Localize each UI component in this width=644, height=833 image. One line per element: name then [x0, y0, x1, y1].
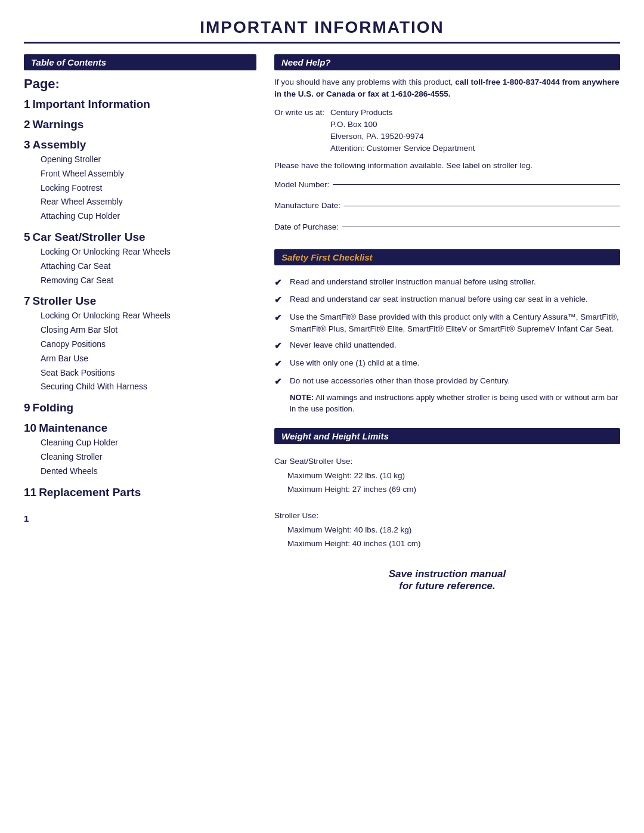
toc-section-5-title: 5Car Seat/Stroller Use	[24, 231, 256, 244]
toc-section-2-title: 2Warnings	[24, 118, 256, 131]
list-item: Locking Footrest	[41, 181, 256, 196]
page-title: IMPORTANT INFORMATION	[24, 18, 620, 44]
checkmark-icon: ✔	[274, 311, 285, 324]
list-item: Maximum Weight: 22 lbs. (10 kg)	[274, 469, 620, 482]
list-item: Canopy Positions	[41, 337, 256, 352]
toc-section-5-subitems: Locking Or Unlocking Rear Wheels Attachi…	[24, 245, 256, 287]
list-item: Locking Or Unlocking Rear Wheels	[41, 245, 256, 259]
list-item: Seat Back Positions	[41, 366, 256, 380]
toc-section-9: 9Folding	[24, 401, 256, 414]
safety-note: NOTE: All warnings and instructions appl…	[290, 392, 620, 415]
list-item: ✔ Read and understand car seat instructi…	[274, 293, 620, 306]
toc-section-10: 10Maintenance Cleaning Cup Holder Cleani…	[24, 422, 256, 478]
sticker-note: Please have the following information av…	[274, 161, 620, 170]
list-item: Securing Child With Harness	[41, 380, 256, 394]
page-number: 1	[24, 513, 256, 524]
model-number-field: Model Number:	[274, 176, 620, 194]
safety-checklist-header: Safety First Checklist	[274, 249, 620, 265]
toc-section-11: 11Replacement Parts	[24, 486, 256, 499]
list-item: ✔ Read and understand stroller instructi…	[274, 276, 620, 289]
write-label: Or write us at:	[274, 107, 324, 155]
toc-section-1-title: 1Important Information	[24, 98, 256, 111]
note-label: NOTE:	[290, 393, 314, 402]
stroller-use-label: Stroller Use:	[274, 509, 620, 522]
list-item: P.O. Box 100	[330, 119, 475, 131]
list-item: Arm Bar Use	[41, 352, 256, 366]
toc-section-7-subitems: Locking Or Unlocking Rear Wheels Closing…	[24, 309, 256, 394]
toc-section-7-title: 7Stroller Use	[24, 295, 256, 308]
save-manual-line2: for future reference.	[274, 580, 620, 592]
list-item: Removing Car Seat	[41, 274, 256, 288]
toc-section-9-title: 9Folding	[24, 401, 256, 414]
list-item: Opening Stroller	[41, 153, 256, 167]
need-help-section: Need Help? If you should have any proble…	[274, 54, 620, 236]
list-item: Maximum Height: 40 inches (101 cm)	[274, 537, 620, 550]
checkmark-icon: ✔	[274, 293, 285, 306]
checkmark-icon: ✔	[274, 339, 285, 352]
safety-checklist-section: Safety First Checklist ✔ Read and unders…	[274, 249, 620, 416]
table-of-contents-column: Table of Contents Page: 1Important Infor…	[24, 54, 256, 524]
list-item: Attaching Car Seat	[41, 259, 256, 274]
toc-header: Table of Contents	[24, 54, 256, 70]
list-item: Cleaning Cup Holder	[41, 436, 256, 450]
address-block: Or write us at: Century Products P.O. Bo…	[274, 107, 620, 155]
toc-section-5: 5Car Seat/Stroller Use Locking Or Unlock…	[24, 231, 256, 287]
right-column: Need Help? If you should have any proble…	[274, 54, 620, 592]
list-item: Elverson, PA. 19520-9974	[330, 131, 475, 143]
weight-height-details: Car Seat/Stroller Use: Maximum Weight: 2…	[274, 450, 620, 550]
list-item: Century Products	[330, 107, 475, 119]
car-seat-stroller-label: Car Seat/Stroller Use:	[274, 455, 620, 468]
list-item: ✔ Use the SmartFit® Base provided with t…	[274, 311, 620, 335]
list-item: Rear Wheel Assembly	[41, 195, 256, 209]
toc-section-3-subitems: Opening Stroller Front Wheel Assembly Lo…	[24, 153, 256, 224]
list-item: Cleaning Stroller	[41, 450, 256, 465]
checkmark-icon: ✔	[274, 276, 285, 289]
toc-section-3: 3Assembly Opening Stroller Front Wheel A…	[24, 138, 256, 224]
purchase-date-field: Date of Purchase:	[274, 218, 620, 236]
list-item: Locking Or Unlocking Rear Wheels	[41, 309, 256, 323]
list-item: ✔ Do not use accessories other than thos…	[274, 375, 620, 388]
checklist-items: ✔ Read and understand stroller instructi…	[274, 271, 620, 416]
list-item: Maximum Weight: 40 lbs. (18.2 kg)	[274, 524, 620, 537]
list-item: ✔ Use with only one (1) child at a time.	[274, 357, 620, 370]
model-number-line	[333, 184, 620, 185]
manufacture-date-field: Manufacture Date:	[274, 197, 620, 215]
list-item: Attention: Customer Service Department	[330, 143, 475, 154]
list-item: Front Wheel Assembly	[41, 167, 256, 181]
address-lines: Century Products P.O. Box 100 Elverson, …	[330, 107, 475, 155]
toc-section-10-subitems: Cleaning Cup Holder Cleaning Stroller De…	[24, 436, 256, 478]
list-item: Attaching Cup Holder	[41, 209, 256, 224]
weight-height-header: Weight and Height Limits	[274, 428, 620, 444]
checkmark-icon: ✔	[274, 375, 285, 388]
purchase-date-line	[342, 227, 620, 227]
save-manual-block: Save instruction manual for future refer…	[274, 568, 620, 592]
need-help-header: Need Help?	[274, 54, 620, 70]
list-item: ✔ Never leave child unattended.	[274, 339, 620, 352]
toc-section-11-title: 11Replacement Parts	[24, 486, 256, 499]
weight-height-section: Weight and Height Limits Car Seat/Stroll…	[274, 428, 620, 550]
toc-section-7: 7Stroller Use Locking Or Unlocking Rear …	[24, 295, 256, 394]
list-item: Maximum Height: 27 inches (69 cm)	[274, 483, 620, 496]
toc-section-1: 1Important Information	[24, 98, 256, 111]
save-manual-line1: Save instruction manual	[274, 568, 620, 580]
form-fields: Model Number: Manufacture Date: Date of …	[274, 176, 620, 236]
toc-section-2: 2Warnings	[24, 118, 256, 131]
toc-section-10-title: 10Maintenance	[24, 422, 256, 435]
manufacture-date-line	[344, 206, 620, 206]
checkmark-icon: ✔	[274, 357, 285, 370]
toc-section-3-title: 3Assembly	[24, 138, 256, 151]
need-help-intro: If you should have any problems with thi…	[274, 76, 620, 101]
list-item: Closing Arm Bar Slot	[41, 323, 256, 337]
list-item: Dented Wheels	[41, 465, 256, 479]
toc-page-label: Page:	[24, 76, 256, 92]
